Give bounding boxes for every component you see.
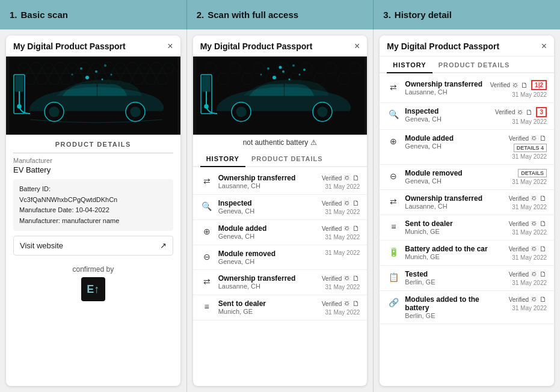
history-item-title: Module added bbox=[218, 224, 317, 233]
history-item-title: Inspected bbox=[405, 107, 490, 115]
history-item-icon: ⊖ bbox=[200, 250, 214, 263]
history-item-date: 31 May 2022 bbox=[512, 153, 547, 160]
history-item-icon: ≡ bbox=[387, 220, 400, 233]
manufacturer-value: EV Battery bbox=[13, 165, 173, 174]
history-item-date: 31 May 2022 bbox=[512, 179, 547, 185]
card-header-2: My Digital Product Passport × bbox=[193, 35, 368, 57]
card-scan-full: My Digital Product Passport × bbox=[193, 35, 368, 386]
history-item-icon: ⊕ bbox=[200, 225, 214, 238]
svg-point-38 bbox=[101, 79, 103, 81]
history-item-location: Munich, GE bbox=[405, 228, 503, 235]
history-item: ≡Sent to dealerMunich, GEVerified ⛭ 🗋31 … bbox=[380, 215, 554, 240]
history-item: 🔍InspectedGeneva, CHVerified ⛭ 🗋31 May 2… bbox=[193, 195, 368, 220]
history-item-title: Ownership transferred bbox=[405, 80, 485, 88]
column-basic-scan: My Digital Product Passport × bbox=[0, 29, 187, 392]
history-item-location: Lausanne, CH bbox=[218, 283, 317, 290]
not-authentic-text: not authentic battery bbox=[243, 138, 309, 147]
car-image-1 bbox=[6, 57, 180, 135]
step-3-header: 3. History detail bbox=[374, 0, 560, 29]
history-item-title: Battery added to the car bbox=[405, 245, 503, 253]
details-badge[interactable]: DETAILS 4 bbox=[514, 144, 547, 152]
product-details-section: PRODUCT DETAILS Manufacturer EV Battery … bbox=[6, 135, 180, 386]
close-button-3[interactable]: × bbox=[541, 41, 547, 51]
history-item-date: 31 May 2022 bbox=[325, 209, 360, 215]
history-item-title: Ownership transferred bbox=[218, 174, 317, 182]
history-item-status: Verified ⛭ 🗋3 bbox=[495, 107, 547, 117]
step-2-number: 2. bbox=[197, 10, 205, 20]
history-item-location: Geneva, CH bbox=[405, 115, 490, 123]
history-item-location: Geneva, CH bbox=[405, 177, 507, 185]
history-item-location: Berlin, GE bbox=[405, 278, 503, 286]
card-history-detail: My Digital Product Passport × HISTORY PR… bbox=[380, 35, 554, 386]
warning-icon: ⚠ bbox=[310, 138, 317, 147]
tab-history-3[interactable]: HISTORY bbox=[387, 57, 432, 73]
history-item-location: Geneva, CH bbox=[218, 233, 317, 240]
history-item-title: Module added bbox=[405, 134, 503, 142]
close-button-1[interactable]: × bbox=[167, 41, 173, 51]
not-authentic-warning: not authentic battery ⚠ bbox=[193, 135, 368, 150]
tabs-row-3: HISTORY PRODUCT DETAILS bbox=[380, 57, 554, 73]
history-item-icon: 🔗 bbox=[387, 296, 400, 309]
history-item-status: Verified ⛭ 🗋 bbox=[322, 224, 360, 233]
svg-point-65 bbox=[292, 64, 295, 67]
history-item-location: Munich, GE bbox=[405, 253, 503, 260]
history-item-status: Verified ⛭ 🗋 bbox=[322, 199, 360, 207]
svg-point-37 bbox=[110, 74, 112, 76]
history-item-status: Verified ⛭ 🗋 bbox=[509, 245, 547, 253]
step-1-label: Basic scan bbox=[21, 10, 68, 20]
svg-point-60 bbox=[236, 107, 246, 117]
history-list-2: ⇄Ownership transferredLausanne, CHVerifi… bbox=[193, 167, 368, 386]
card-basic-scan: My Digital Product Passport × bbox=[6, 35, 180, 386]
history-item: ⇄Ownership transferredLausanne, CHVerifi… bbox=[380, 76, 554, 103]
history-item-location: Geneva, CH bbox=[218, 207, 317, 215]
history-item-date: 31 May 2022 bbox=[325, 284, 360, 290]
column-scan-full: My Digital Product Passport × bbox=[187, 29, 374, 392]
history-item: ⇄Ownership transferredLausanne, CHVerifi… bbox=[193, 270, 368, 295]
card-header-3: My Digital Product Passport × bbox=[380, 35, 554, 57]
history-item-date: 31 May 2022 bbox=[512, 118, 547, 125]
history-item-date: 31 May 2022 bbox=[325, 183, 360, 190]
history-item-date: 31 May 2022 bbox=[512, 229, 547, 236]
history-item-status: Verified ⛭ 🗋 bbox=[509, 194, 547, 203]
battery-id-line: Battery ID: bbox=[19, 184, 167, 195]
history-item: ≡Sent to dealerMunich, GEVerified ⛭ 🗋31 … bbox=[193, 295, 368, 320]
card-title-1: My Digital Product Passport bbox=[13, 41, 126, 51]
history-item: 🔍InspectedGeneva, CHVerified ⛭ 🗋331 May … bbox=[380, 103, 554, 130]
history-item: 📋TestedBerlin, GEVerified ⛭ 🗋31 May 2022 bbox=[380, 266, 554, 291]
visit-website-label: Visit website bbox=[20, 241, 63, 250]
history-item-location: Berlin, GE bbox=[405, 312, 503, 319]
history-item-status: Verified ⛭ 🗋 bbox=[322, 174, 360, 182]
details-badge[interactable]: DETAILS bbox=[518, 169, 547, 177]
history-item-title: Modules added to the battery bbox=[405, 295, 503, 312]
svg-point-33 bbox=[131, 107, 140, 117]
history-item-status: Verified ⛭ 🗋 bbox=[509, 134, 547, 142]
step-1-header: 1. Basic scan bbox=[0, 0, 187, 29]
history-item-location: Lausanne, CH bbox=[405, 88, 485, 96]
tab-product-details-2[interactable]: PRODUCT DETAILS bbox=[245, 150, 329, 167]
svg-point-31 bbox=[49, 107, 59, 117]
history-item-status: Verified ⛭ 🗋 bbox=[322, 299, 360, 308]
history-item-title: Inspected bbox=[218, 199, 317, 207]
numbered-badge: 3 bbox=[536, 107, 547, 117]
history-item: 🔗Modules added to the batteryBerlin, GEV… bbox=[380, 291, 554, 324]
close-button-2[interactable]: × bbox=[354, 41, 360, 51]
history-item-date: 31 May 2022 bbox=[512, 91, 547, 98]
history-item: ⊕Module addedGeneva, CHVerified ⛭ 🗋DETAI… bbox=[380, 130, 554, 165]
svg-point-67 bbox=[288, 79, 290, 81]
tab-product-details-3[interactable]: PRODUCT DETAILS bbox=[432, 57, 516, 73]
history-item-icon: ≡ bbox=[200, 300, 214, 313]
history-item-date: 31 May 2022 bbox=[512, 280, 547, 286]
tab-history-2[interactable]: HISTORY bbox=[200, 150, 245, 167]
history-item-location: Lausanne, CH bbox=[218, 182, 317, 189]
svg-rect-27 bbox=[16, 76, 23, 91]
visit-website-row[interactable]: Visit website ↗ bbox=[13, 236, 173, 256]
svg-point-62 bbox=[318, 107, 327, 117]
step-2-label: Scan with full access bbox=[208, 10, 298, 20]
card-header-1: My Digital Product Passport × bbox=[6, 35, 180, 57]
history-item: ⊕Module addedGeneva, CHVerified ⛭ 🗋31 Ma… bbox=[193, 220, 368, 245]
history-item: ⇄Ownership transferredLausanne, CHVerifi… bbox=[380, 190, 554, 215]
svg-point-35 bbox=[95, 70, 97, 73]
step-3-number: 3. bbox=[383, 10, 391, 20]
history-item-date: 31 May 2022 bbox=[512, 204, 547, 210]
history-item-status: Verified ⛭ 🗋 bbox=[322, 274, 360, 283]
